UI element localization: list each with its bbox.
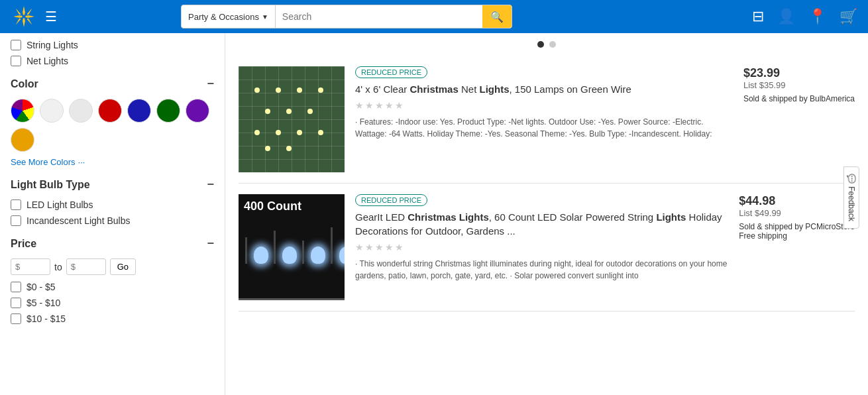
net-lights-label[interactable]: Net Lights <box>27 56 68 66</box>
product-list-price: List $35.99 <box>743 80 855 90</box>
filter-item-price-10-15: $10 - $15 <box>11 313 214 324</box>
net-lights-checkbox[interactable] <box>11 56 21 66</box>
product-card: REDUCED PRICE 4' x 6' Clear Christmas Ne… <box>239 56 855 184</box>
reduced-price-badge: REDUCED PRICE <box>355 66 427 78</box>
filter-item-led: LED Light Bulbs <box>11 199 214 210</box>
price-0-5-checkbox[interactable] <box>11 282 21 292</box>
price-0-5-label[interactable]: $0 - $5 <box>27 282 56 292</box>
led-checkbox[interactable] <box>11 199 21 210</box>
search-input[interactable] <box>276 11 482 22</box>
product-price-column: $23.99 List $35.99 Sold & shipped by Bul… <box>743 66 855 103</box>
filter-item-net-lights: Net Lights <box>11 56 214 66</box>
color-section-title: Color <box>11 78 38 90</box>
pagination-dots <box>239 33 855 56</box>
string-lights-checkbox[interactable] <box>11 40 21 50</box>
reorder-icon[interactable]: ⊟ <box>752 8 764 25</box>
walmart-logo <box>11 3 37 30</box>
search-category-label: Party & Occasions <box>188 12 259 22</box>
star-5: ★ <box>395 100 404 111</box>
string-lights-label[interactable]: String Lights <box>27 40 78 50</box>
price-section-header: Price − <box>11 237 214 251</box>
product-image-led-lights[interactable]: 400 Count <box>239 194 345 300</box>
product-card: 400 Count <box>239 184 855 311</box>
product-title[interactable]: 4' x 6' Clear Christmas Net Lights, 150 … <box>355 82 733 96</box>
pagination-dot-1[interactable] <box>537 41 544 48</box>
filter-item-price-0-5: $0 - $5 <box>11 282 214 292</box>
see-more-colors-label: See More Colors <box>11 157 76 167</box>
price-collapse-button[interactable]: − <box>207 237 214 251</box>
product-image-count-label: 400 Count <box>244 199 301 213</box>
sidebar: String Lights Net Lights Color − <box>0 33 225 395</box>
filter-item-price-5-10: $5 - $10 <box>11 298 214 308</box>
price-from-input[interactable] <box>11 258 50 275</box>
star-rating: ★ ★ ★ ★ ★ <box>355 100 733 111</box>
product-area: REDUCED PRICE 4' x 6' Clear Christmas Ne… <box>225 33 868 395</box>
incandescent-checkbox[interactable] <box>11 215 21 226</box>
search-magnify-icon: 🔍 <box>490 11 504 23</box>
product-sold-by: Sold & shipped by BulbAmerica <box>743 94 855 103</box>
see-more-dots-icon: ··· <box>78 157 85 167</box>
price-5-10-label[interactable]: $5 - $10 <box>27 298 60 308</box>
menu-icon[interactable]: ☰ <box>45 9 57 25</box>
price-to-input[interactable] <box>66 258 106 275</box>
main-layout: String Lights Net Lights Color − <box>0 33 868 395</box>
feedback-tab[interactable]: 💬 Feedback <box>843 166 859 229</box>
light-bulb-collapse-button[interactable]: − <box>207 178 214 192</box>
led-label[interactable]: LED Light Bulbs <box>27 199 93 210</box>
product-features: · This wonderful string Christmas light … <box>355 258 728 282</box>
price-5-10-checkbox[interactable] <box>11 298 21 308</box>
multicolor-swatch[interactable] <box>11 99 34 123</box>
filter-item-string-lights: String Lights <box>11 40 214 50</box>
product-image-net-lights[interactable] <box>239 66 345 172</box>
star-rating: ★ ★ ★ ★ ★ <box>355 242 728 253</box>
free-shipping-label: Free shipping <box>739 231 855 241</box>
location-icon[interactable]: 📍 <box>808 8 826 25</box>
star-1: ★ <box>355 242 364 253</box>
feedback-label: Feedback <box>847 186 856 221</box>
product-list: REDUCED PRICE 4' x 6' Clear Christmas Ne… <box>239 56 855 311</box>
orange-swatch[interactable] <box>11 128 34 152</box>
star-2: ★ <box>365 100 374 111</box>
star-4: ★ <box>385 100 394 111</box>
category-filter-section: String Lights Net Lights <box>11 40 214 66</box>
product-price: $44.98 <box>739 194 855 208</box>
price-go-button[interactable]: Go <box>110 258 136 275</box>
price-to-label: to <box>54 262 62 272</box>
purple-swatch[interactable] <box>186 99 209 123</box>
price-10-15-checkbox[interactable] <box>11 313 21 324</box>
search-button[interactable]: 🔍 <box>482 5 512 28</box>
pagination-dot-2[interactable] <box>549 41 556 48</box>
star-3: ★ <box>375 242 384 253</box>
red-swatch[interactable] <box>98 99 122 123</box>
feedback-chat-icon: 💬 <box>847 174 856 184</box>
price-filter-section: Price − to Go $0 - $5 $5 - $10 $10 - $15 <box>11 237 214 324</box>
blue-swatch[interactable] <box>127 99 151 123</box>
star-2: ★ <box>365 242 374 253</box>
dropdown-arrow-icon: ▼ <box>262 13 268 21</box>
header: ☰ Party & Occasions ▼ 🔍 ⊟ 👤 📍 🛒 <box>0 0 868 33</box>
price-10-15-label[interactable]: $10 - $15 <box>27 313 66 324</box>
search-category-dropdown[interactable]: Party & Occasions ▼ <box>182 5 276 28</box>
star-5: ★ <box>395 242 404 253</box>
price-section-title: Price <box>11 238 36 250</box>
product-price-column: $44.98 List $49.99 Sold & shipped by PCM… <box>739 194 855 241</box>
price-range-inputs: to Go <box>11 258 214 275</box>
filter-item-incandescent: Incandescent Light Bulbs <box>11 215 214 226</box>
product-list-price: List $49.99 <box>739 208 855 218</box>
product-features: · Features: -Indoor use: Yes. Product Ty… <box>355 116 733 140</box>
color-section-header: Color − <box>11 77 214 91</box>
light-bulb-filter-section: Light Bulb Type − LED Light Bulbs Incand… <box>11 178 214 226</box>
see-more-colors-link[interactable]: See More Colors ··· <box>11 157 214 167</box>
header-icons: ⊟ 👤 📍 🛒 <box>752 8 857 25</box>
color-filter-section: Color − See More Colors ··· <box>11 77 214 167</box>
white-swatch[interactable] <box>40 99 64 123</box>
green-swatch[interactable] <box>156 99 180 123</box>
product-title[interactable]: GearIt LED Christmas Lights, 60 Count LE… <box>355 210 728 238</box>
color-collapse-button[interactable]: − <box>207 77 214 91</box>
light-white-swatch[interactable] <box>69 99 93 123</box>
product-info: REDUCED PRICE GearIt LED Christmas Light… <box>355 194 728 282</box>
cart-icon[interactable]: 🛒 <box>840 8 857 25</box>
incandescent-label[interactable]: Incandescent Light Bulbs <box>27 215 130 226</box>
account-icon[interactable]: 👤 <box>777 8 795 25</box>
star-1: ★ <box>355 100 364 111</box>
